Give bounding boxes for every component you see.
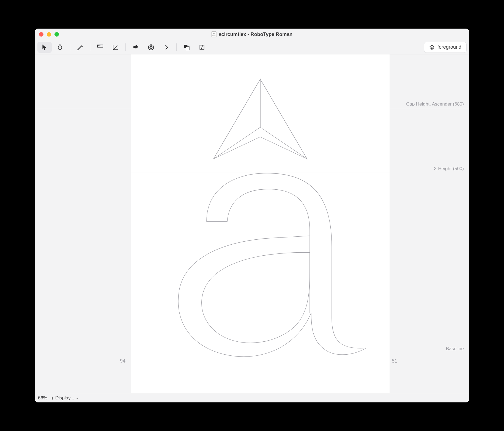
transform-tool[interactable] [195,42,209,53]
separator-icon [176,43,177,51]
chevron-right-icon [163,44,170,51]
next-glyph-tool[interactable] [159,42,174,53]
baseline-label: Baseline [446,346,464,352]
chevron-down-icon: ⌄ [76,396,78,400]
x-height-line [35,173,469,173]
left-sidebearing: 94 [120,358,125,364]
remove-overlap-tool[interactable] [179,42,194,53]
stepper-icon: ▲▼ [51,396,54,400]
zoom-value: 66% [38,395,47,401]
separator-icon [125,43,126,51]
baseline-line [35,353,469,353]
cap-height-line [35,108,469,108]
compass-star-icon [147,44,155,51]
knife-tool[interactable] [73,42,87,53]
angle-tool[interactable] [108,42,123,53]
display-label: Display... [55,395,74,401]
blob-icon [132,44,139,51]
separator-icon [70,43,70,51]
shape-tool[interactable] [128,42,143,53]
x-height-label: X Height (500) [434,166,464,172]
right-sidebearing: 51 [392,358,397,364]
ruler-icon [97,44,104,51]
titlebar[interactable]: acircumflex - RoboType Roman [35,29,469,40]
pen-tool[interactable] [53,42,67,53]
layer-label: foreground [437,44,461,50]
cap-height-label: Cap Height, Ascender (680) [406,101,464,107]
overlap-icon [183,44,190,51]
display-menu[interactable]: ▲▼ Display... ⌄ [51,395,78,401]
svg-rect-3 [186,46,189,50]
svg-point-1 [148,45,154,50]
statusbar: 66% ▲▼ Display... ⌄ [35,393,469,402]
knife-icon [76,44,84,51]
ufo-file-icon [212,31,217,37]
arrow-tool[interactable] [37,42,52,53]
pen-icon [56,44,64,51]
layer-selector[interactable]: foreground [424,42,467,53]
svg-point-0 [59,47,60,48]
app-window: acircumflex - RoboType Roman [35,29,469,402]
anchor-tool[interactable] [144,42,158,53]
cursor-icon [41,44,48,51]
separator-icon [90,43,90,51]
zoom-icon[interactable] [54,32,59,37]
title-text: acircumflex - RoboType Roman [219,32,293,37]
layers-icon [429,45,435,50]
toolbar: foreground [35,40,469,54]
window-controls [39,32,59,37]
glyph-advance-box [131,54,390,393]
close-icon[interactable] [39,32,43,37]
window-title: acircumflex - RoboType Roman [212,31,293,37]
measure-tool[interactable] [93,42,107,53]
zoom-level[interactable]: 66% [38,395,47,401]
minimize-icon[interactable] [47,32,51,37]
glyph-canvas[interactable]: Cap Height, Ascender (680) X Height (500… [35,54,469,393]
transform-icon [198,44,206,51]
angle-icon [112,44,119,51]
